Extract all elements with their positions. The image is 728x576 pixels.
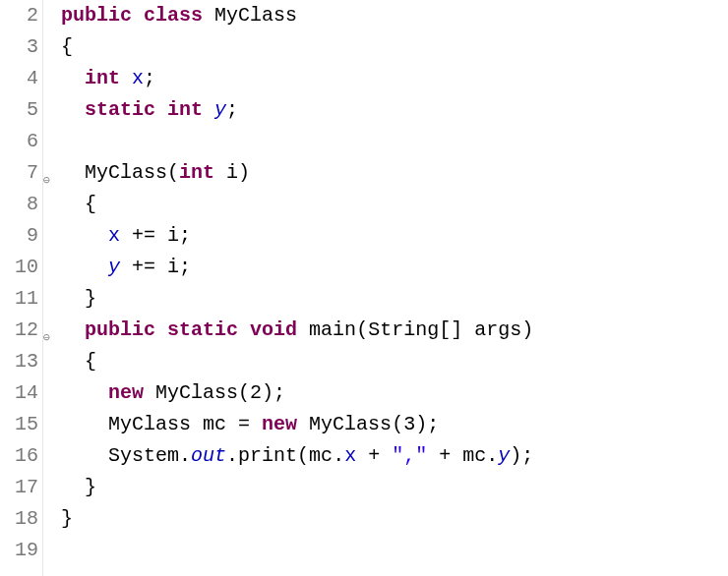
token-punc: ) [521,318,533,341]
token-punc: ) [238,161,250,184]
token-punc: } [61,287,96,310]
token-punc [238,318,250,341]
token-punc: = [226,413,262,435]
line-number: 13 [0,346,38,377]
token-punc: ; [179,224,191,247]
token-punc: + [356,444,392,467]
code-line[interactable]: System.out.print(mc.x + "," + mc.y); [61,440,533,472]
token-punc [61,413,108,435]
code-line[interactable]: } [61,472,533,503]
code-line[interactable]: y += i; [61,252,533,283]
token-type: int [167,98,203,121]
code-line[interactable]: } [61,503,533,535]
token-id: MyClass [214,4,297,27]
token-id: System [108,444,179,467]
token-type: int [179,161,214,184]
line-number: 12 [0,315,38,346]
token-id: i [167,224,179,247]
token-punc [120,67,132,89]
token-punc [132,4,144,27]
code-line[interactable] [61,535,533,566]
token-field: x [132,67,144,89]
line-number: 9 [0,220,38,252]
code-line[interactable]: { [61,346,533,377]
token-id: i [167,256,179,278]
token-punc: ; [144,67,155,89]
token-id: String [368,318,439,341]
token-punc [61,224,108,247]
token-type: int [85,67,120,89]
token-punc: ( [356,318,368,341]
token-id: mc [462,444,486,467]
token-type: void [250,318,297,341]
token-punc: + [427,444,462,467]
token-punc: ( [297,444,309,467]
token-punc: . [333,444,344,467]
token-punc [203,98,214,121]
token-str: "," [392,444,427,467]
token-id: mc [309,444,333,467]
token-kw: class [144,4,203,27]
code-line[interactable]: new MyClass(2); [61,377,533,409]
token-punc: += [120,256,167,278]
token-id: args [474,318,521,341]
code-line[interactable]: MyClass(int i) [61,157,533,189]
token-id: MyClass [85,161,167,184]
token-punc: . [226,444,238,467]
token-punc: ( [238,381,250,404]
token-num: 3 [403,413,415,435]
token-punc [214,161,226,184]
token-punc [61,444,108,467]
token-id: MyClass [108,413,191,435]
line-number: 17 [0,472,38,503]
token-punc [61,381,108,404]
token-kw: public [61,4,132,27]
token-punc: ; [226,98,238,121]
token-punc [61,256,108,278]
token-punc: ); [262,381,285,404]
code-line[interactable]: x += i; [61,220,533,252]
token-punc: } [61,507,73,530]
code-line[interactable]: int x; [61,63,533,94]
token-kw: static [167,318,238,341]
token-kw: static [85,98,155,121]
token-punc [61,98,85,121]
line-number: 6 [0,126,38,157]
token-kw: public [85,318,155,341]
token-sfield: y [214,98,226,121]
token-id: i [226,161,238,184]
code-line[interactable] [61,126,533,157]
line-number: 4 [0,63,38,94]
token-punc [297,318,309,341]
token-punc: ; [179,256,191,278]
line-number-gutter: 2345678910111213141516171819 [0,0,43,576]
code-line[interactable]: public class MyClass [61,0,533,31]
token-id: print [238,444,297,467]
token-id: mc [203,413,226,435]
token-punc: ); [415,413,439,435]
token-punc [144,381,155,404]
token-punc: { [61,350,96,373]
code-line[interactable]: { [61,31,533,63]
code-area[interactable]: public class MyClass{ int x; static int … [43,0,533,576]
line-number: 3 [0,31,38,63]
token-kw: new [262,413,297,435]
token-punc [61,161,85,184]
token-punc: += [120,224,167,247]
line-number: 2 [0,0,38,31]
token-num: 2 [250,381,262,404]
line-number: 7 [0,157,38,189]
token-sfield: y [108,256,120,278]
line-number: 15 [0,409,38,440]
token-id: main [309,318,356,341]
line-number: 19 [0,535,38,566]
code-line[interactable]: { [61,189,533,220]
token-punc: . [486,444,498,467]
code-line[interactable]: } [61,283,533,315]
code-line[interactable]: static int y; [61,94,533,126]
token-sfield: out [191,444,226,467]
token-sfield: y [498,444,510,467]
code-line[interactable]: MyClass mc = new MyClass(3); [61,409,533,440]
code-editor[interactable]: 2345678910111213141516171819 public clas… [0,0,728,576]
code-line[interactable]: public static void main(String[] args) [61,315,533,346]
